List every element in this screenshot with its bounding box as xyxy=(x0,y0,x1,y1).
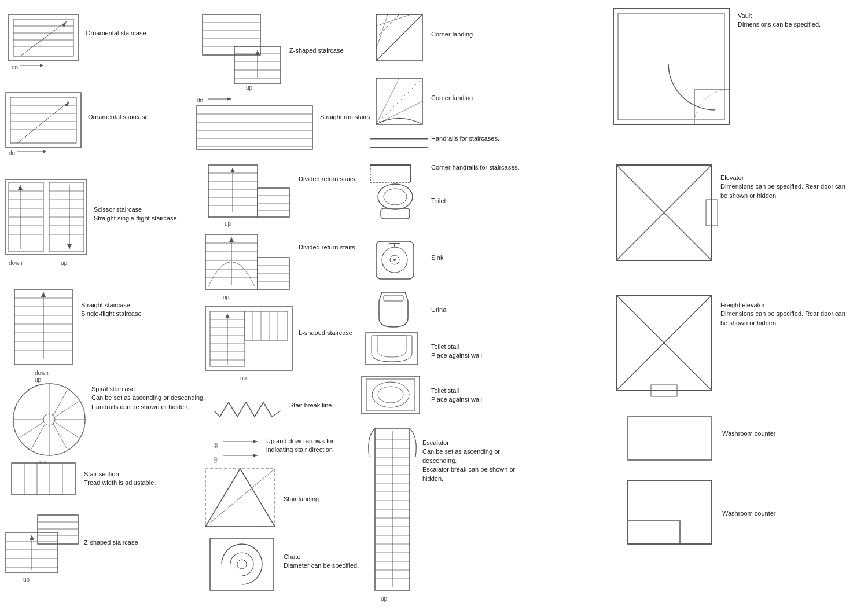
svg-text:up: up xyxy=(35,377,42,383)
label-lshaped: L-shaped staircase xyxy=(299,329,352,337)
svg-point-180 xyxy=(393,259,396,261)
svg-line-165 xyxy=(376,14,399,38)
svg-text:dn: dn xyxy=(214,443,219,448)
label-divided-2: Divided return stairs xyxy=(299,243,355,252)
label-washroom-1: Washroom counter xyxy=(722,429,776,438)
svg-line-60 xyxy=(53,390,67,416)
svg-line-65 xyxy=(31,424,45,449)
svg-text:up: up xyxy=(246,84,253,91)
label-straight-run: Straight run stairs xyxy=(320,113,370,122)
svg-line-62 xyxy=(54,422,79,437)
svg-rect-11 xyxy=(6,93,81,148)
label-corner-landing-1: Corner landing xyxy=(431,30,473,39)
svg-rect-69 xyxy=(12,463,75,495)
label-urinal: Urinal xyxy=(431,306,448,314)
label-break: Stair break line xyxy=(289,401,332,410)
svg-rect-0 xyxy=(9,14,78,61)
svg-point-176 xyxy=(384,189,407,205)
svg-rect-210 xyxy=(618,13,724,120)
svg-marker-119 xyxy=(230,168,235,172)
svg-marker-132 xyxy=(229,237,234,242)
label-corner-landing-2: Corner landing xyxy=(431,94,473,102)
label-washroom-2: Washroom counter xyxy=(722,509,776,518)
svg-text:up: up xyxy=(225,220,231,227)
label-spiral: Spiral staircaseCan be set as ascending … xyxy=(91,385,207,411)
label-zshaped-top: Z-shaped staircase xyxy=(289,46,344,55)
svg-text:up: up xyxy=(240,375,247,381)
svg-marker-157 xyxy=(253,454,258,457)
svg-point-188 xyxy=(378,387,403,403)
svg-text:down: down xyxy=(35,370,49,376)
svg-line-63 xyxy=(53,424,67,449)
svg-point-174 xyxy=(378,184,413,209)
svg-line-169 xyxy=(376,78,399,124)
svg-text:down: down xyxy=(9,260,23,266)
svg-line-61 xyxy=(54,402,79,417)
label-section: Stair sectionTread width is adjustable. xyxy=(84,470,188,488)
svg-marker-101 xyxy=(227,97,231,101)
svg-marker-163 xyxy=(376,14,422,61)
svg-line-17 xyxy=(17,101,69,143)
svg-rect-183 xyxy=(384,295,403,301)
svg-rect-109 xyxy=(258,188,289,217)
label-straight-single: Straight staircaseSingle-flight staircas… xyxy=(81,301,185,319)
page: dn dn xyxy=(0,0,868,614)
svg-rect-184 xyxy=(366,333,418,365)
svg-rect-102 xyxy=(197,106,312,149)
svg-marker-21 xyxy=(43,150,46,153)
svg-line-166 xyxy=(376,14,388,49)
svg-rect-161 xyxy=(210,538,274,590)
svg-rect-186 xyxy=(366,379,415,411)
label-ornamental-1: Ornamental staircase xyxy=(86,29,146,38)
svg-line-150 xyxy=(214,411,220,417)
svg-marker-97 xyxy=(255,50,260,55)
svg-text:up: up xyxy=(381,595,388,602)
svg-rect-86 xyxy=(203,14,260,55)
svg-marker-40 xyxy=(67,244,72,249)
svg-marker-148 xyxy=(225,314,230,318)
label-updown: Up and down arrows for indicating stair … xyxy=(266,437,359,455)
svg-text:up: up xyxy=(23,576,30,583)
svg-marker-38 xyxy=(18,185,23,190)
label-freight-elevator: Freight elevatorDimensions can be specif… xyxy=(720,301,848,328)
svg-rect-222 xyxy=(634,486,680,538)
label-scissor: Scissor staircaseStraight single-flight … xyxy=(94,205,192,223)
label-toilet-stall-1: Toilet stallPlace against wall. xyxy=(431,343,527,361)
label-toilet-stall-2: Toilet stallPlace against wall. xyxy=(431,387,527,405)
svg-marker-84 xyxy=(30,535,34,540)
label-escalator: EscalatorCan be set as ascending or desc… xyxy=(422,439,524,483)
svg-text:up: up xyxy=(212,457,218,463)
label-vault: VaultDimensions can be specified. xyxy=(738,12,859,30)
svg-text:up: up xyxy=(61,260,68,266)
label-toilet: Toilet xyxy=(431,197,446,205)
svg-text:dn: dn xyxy=(9,150,15,156)
svg-text:dn: dn xyxy=(12,64,18,71)
svg-line-6 xyxy=(20,21,67,56)
svg-line-151 xyxy=(272,411,281,417)
label-sink: Sink xyxy=(431,253,443,262)
svg-rect-209 xyxy=(613,9,729,124)
svg-line-160 xyxy=(205,469,275,527)
svg-marker-154 xyxy=(253,440,258,443)
svg-rect-136 xyxy=(245,311,288,340)
svg-line-66 xyxy=(20,422,44,437)
svg-marker-10 xyxy=(40,64,43,67)
svg-rect-134 xyxy=(205,307,292,370)
label-ornamental-2: Ornamental staircase xyxy=(88,113,149,122)
label-divided-1: Divided return stairs xyxy=(299,175,355,183)
label-chute: ChuteDiameter can be specified. xyxy=(284,553,370,571)
svg-rect-122 xyxy=(258,258,289,289)
svg-text:dn: dn xyxy=(197,97,203,104)
svg-text:up: up xyxy=(39,459,46,465)
svg-point-187 xyxy=(372,382,409,407)
label-corner-handrails: Corner handrails for staircases. xyxy=(431,163,524,172)
svg-marker-52 xyxy=(41,292,46,297)
label-elevator: ElevatorDimensions can be specified. Rea… xyxy=(720,174,848,200)
label-handrails: Handrails for staircases. xyxy=(431,134,524,143)
svg-line-168 xyxy=(376,78,422,124)
svg-text:up: up xyxy=(223,294,230,300)
label-landing: Stair landing xyxy=(284,495,319,503)
label-zshaped-bl: Z-shaped staircase xyxy=(84,538,138,547)
svg-rect-220 xyxy=(628,417,712,460)
